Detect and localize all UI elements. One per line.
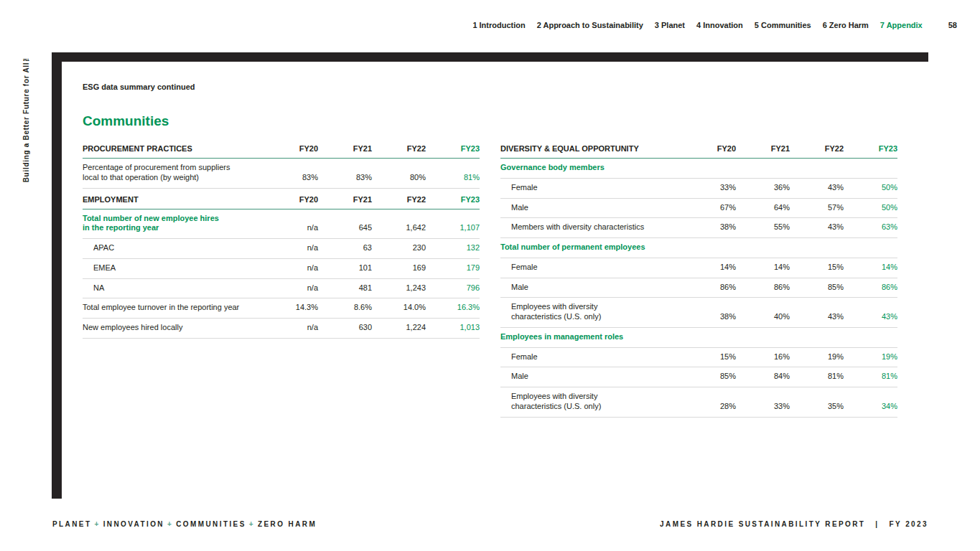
nav-item-4[interactable]: 4 Innovation bbox=[696, 21, 743, 29]
cell-fy20: 85% bbox=[682, 367, 736, 387]
nav-item-6[interactable]: 6 Zero Harm bbox=[823, 21, 869, 29]
top-rule bbox=[52, 52, 928, 62]
row-label: Male bbox=[500, 278, 682, 298]
cell-fy23: 16.3% bbox=[426, 298, 480, 319]
cell-fy23: 86% bbox=[844, 278, 897, 298]
procurement-practices-table: PROCUREMENT PRACTICESFY20FY21FY22FY23Per… bbox=[83, 144, 480, 189]
row-label: Employees with diversity characteristics… bbox=[500, 298, 682, 328]
footer-pillar-planet: PLANET bbox=[52, 520, 91, 528]
table-row: Male85%84%81%81% bbox=[500, 367, 897, 387]
cell-fy22: 80% bbox=[372, 159, 426, 189]
row-label: Percentage of procurement from suppliers… bbox=[83, 159, 264, 189]
cell-fy20: 38% bbox=[682, 298, 736, 328]
cell-fy20: 28% bbox=[682, 387, 736, 418]
footer-plus-separator: + bbox=[246, 520, 258, 528]
nav-item-2[interactable]: 2 Approach to Sustainability bbox=[537, 21, 643, 29]
cell-fy20: 14% bbox=[682, 258, 736, 278]
cell-fy20: 33% bbox=[682, 178, 736, 198]
table-row: Total number of new employee hires in th… bbox=[83, 209, 480, 239]
table-row: EMEAn/a101169179 bbox=[83, 258, 480, 278]
cell-fy22: 81% bbox=[790, 367, 844, 387]
cell-fy21: 630 bbox=[318, 319, 372, 339]
cell-fy22: 43% bbox=[790, 298, 844, 328]
cell-fy21: 645 bbox=[318, 209, 372, 239]
column-header-fy21: FY21 bbox=[318, 144, 372, 159]
nav-item-7[interactable]: 7 Appendix bbox=[880, 21, 923, 29]
column-header-fy21: FY21 bbox=[318, 195, 372, 209]
nav-item-3[interactable]: 3 Planet bbox=[655, 21, 685, 29]
row-label: Male bbox=[500, 198, 682, 218]
cell-fy23: 43% bbox=[844, 298, 897, 328]
cell-fy23: 14% bbox=[844, 258, 897, 278]
cell-fy21: 101 bbox=[318, 258, 372, 278]
cell-fy22: 230 bbox=[372, 239, 426, 259]
cell-fy22: 1,224 bbox=[372, 319, 426, 339]
cell-fy21: 16% bbox=[736, 347, 790, 367]
column-header-fy23: FY23 bbox=[426, 195, 480, 209]
row-label: APAC bbox=[83, 239, 264, 259]
table-row: Male86%86%85%86% bbox=[500, 278, 897, 298]
row-label: NA bbox=[83, 278, 264, 298]
footer-report-name: JAMES HARDIE SUSTAINABILITY REPORT bbox=[660, 520, 865, 528]
row-label: Total number of new employee hires in th… bbox=[83, 209, 264, 239]
left-rule bbox=[52, 52, 62, 499]
table-columns: PROCUREMENT PRACTICESFY20FY21FY22FY23Per… bbox=[83, 144, 928, 418]
cell-fy21: 40% bbox=[736, 298, 790, 328]
cell-fy20: 83% bbox=[264, 159, 318, 189]
row-label: Employees with diversity characteristics… bbox=[500, 387, 682, 418]
cell-fy22: 14.0% bbox=[372, 298, 426, 319]
cell-fy20: 67% bbox=[682, 198, 736, 218]
footer-report-title: JAMES HARDIE SUSTAINABILITY REPORT|FY 20… bbox=[660, 520, 928, 528]
cell-fy23: 179 bbox=[426, 258, 480, 278]
table-row: Female15%16%19%19% bbox=[500, 347, 897, 367]
table-row: Total employee turnover in the reporting… bbox=[83, 298, 480, 319]
cell-fy20: 38% bbox=[682, 218, 736, 238]
column-header-fy23: FY23 bbox=[844, 144, 897, 159]
page-title: Communities bbox=[83, 113, 928, 129]
cell-fy22: 85% bbox=[790, 278, 844, 298]
cell-fy21: 84% bbox=[736, 367, 790, 387]
table-row: APACn/a63230132 bbox=[83, 239, 480, 259]
table-row: Percentage of procurement from suppliers… bbox=[83, 159, 480, 189]
footer-plus-separator: + bbox=[164, 520, 176, 528]
cell-fy21: 33% bbox=[736, 387, 790, 418]
right-column: DIVERSITY & EQUAL OPPORTUNITYFY20FY21FY2… bbox=[500, 144, 897, 418]
cell-fy23: 132 bbox=[426, 239, 480, 259]
table-title: PROCUREMENT PRACTICES bbox=[83, 144, 264, 159]
column-header-fy22: FY22 bbox=[372, 144, 426, 159]
row-label: Female bbox=[500, 258, 682, 278]
table-row: Employees with diversity characteristics… bbox=[500, 298, 897, 328]
nav-item-5[interactable]: 5 Communities bbox=[755, 21, 811, 29]
footer-pillar-innovation: INNOVATION bbox=[103, 520, 164, 528]
cell-fy22: 15% bbox=[790, 258, 844, 278]
top-navigation: 1 Introduction2 Approach to Sustainabili… bbox=[472, 21, 957, 29]
cell-fy23: 796 bbox=[426, 278, 480, 298]
cell-fy20: n/a bbox=[264, 278, 318, 298]
row-label: Female bbox=[500, 347, 682, 367]
section-kicker: ESG data summary continued bbox=[83, 83, 928, 91]
row-subheader: Employees in management roles bbox=[500, 327, 897, 347]
nav-item-1[interactable]: 1 Introduction bbox=[472, 21, 525, 29]
cell-fy22: 19% bbox=[790, 347, 844, 367]
table-row: Governance body members bbox=[500, 159, 897, 179]
column-header-fy20: FY20 bbox=[682, 144, 736, 159]
cell-fy23: 81% bbox=[426, 159, 480, 189]
row-label: EMEA bbox=[83, 258, 264, 278]
cell-fy23: 34% bbox=[844, 387, 897, 418]
row-label: Male bbox=[500, 367, 682, 387]
table-header-row: PROCUREMENT PRACTICESFY20FY21FY22FY23 bbox=[83, 144, 480, 159]
cell-fy20: 15% bbox=[682, 347, 736, 367]
cell-fy23: 1,107 bbox=[426, 209, 480, 239]
table-row: NAn/a4811,243796 bbox=[83, 278, 480, 298]
table-row: Male67%64%57%50% bbox=[500, 198, 897, 218]
page-number: 58 bbox=[948, 21, 957, 29]
column-header-fy21: FY21 bbox=[736, 144, 790, 159]
cell-fy21: 481 bbox=[318, 278, 372, 298]
content-area: ESG data summary continued Communities P… bbox=[83, 83, 928, 418]
cell-fy22: 43% bbox=[790, 218, 844, 238]
row-subheader: Total number of permanent employees bbox=[500, 238, 897, 258]
column-header-fy22: FY22 bbox=[372, 195, 426, 209]
cell-fy21: 86% bbox=[736, 278, 790, 298]
cell-fy20: n/a bbox=[264, 239, 318, 259]
cell-fy22: 43% bbox=[790, 178, 844, 198]
